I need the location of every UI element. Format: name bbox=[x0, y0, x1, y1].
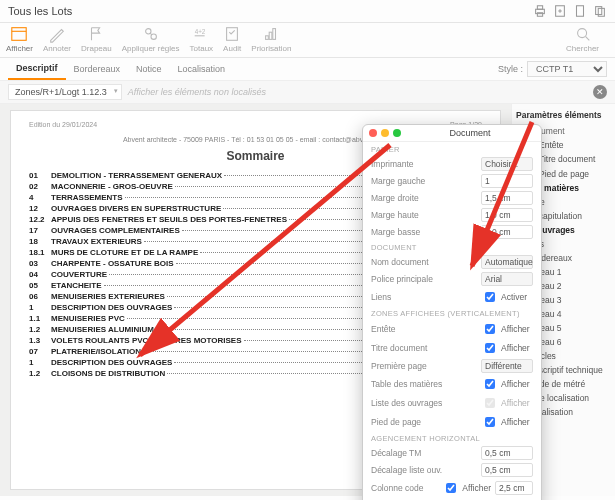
input-mg[interactable] bbox=[481, 174, 533, 188]
lab-liens: Liens bbox=[371, 292, 477, 302]
svg-rect-2 bbox=[537, 13, 542, 17]
input-mb[interactable] bbox=[481, 225, 533, 239]
svg-rect-13 bbox=[227, 28, 238, 41]
style-label: Style : bbox=[498, 64, 523, 74]
chk-tdm[interactable] bbox=[485, 379, 495, 389]
drapeau-button[interactable]: Drapeau bbox=[81, 25, 112, 53]
lab-police: Police principale bbox=[371, 274, 477, 284]
tab-descriptif[interactable]: Descriptif bbox=[8, 58, 66, 80]
sel-police[interactable]: Arial bbox=[481, 272, 533, 286]
edition-date: Edition du 29/01/2024 bbox=[29, 121, 97, 128]
crumb-hint: Afficher les éléments non localisés bbox=[128, 87, 266, 97]
zone-selector[interactable]: Zones/R+1/Logt 1.12.3 bbox=[8, 84, 122, 100]
page-icon[interactable] bbox=[573, 4, 587, 18]
annoter-button[interactable]: Annoter bbox=[43, 25, 71, 53]
svg-rect-7 bbox=[12, 28, 26, 41]
tab-bordereaux[interactable]: Bordereaux bbox=[66, 59, 129, 79]
sel-nomdoc[interactable]: Automatique bbox=[481, 255, 533, 269]
sec-papier: PAPIER bbox=[363, 142, 541, 155]
copy-icon[interactable] bbox=[593, 4, 607, 18]
input-md[interactable] bbox=[481, 191, 533, 205]
chk-entete[interactable] bbox=[485, 324, 495, 334]
document-popup: Document PAPIER ImprimanteChoisir... Mar… bbox=[362, 124, 542, 500]
input-dtm[interactable] bbox=[481, 446, 533, 460]
chk-liens[interactable] bbox=[485, 292, 495, 302]
input-mh[interactable] bbox=[481, 208, 533, 222]
print-icon[interactable] bbox=[533, 4, 547, 18]
lab-premiere: Première page bbox=[371, 361, 477, 371]
lab-imprimante: Imprimante bbox=[371, 159, 477, 169]
svg-rect-1 bbox=[537, 6, 542, 10]
popup-title: Document bbox=[405, 128, 535, 138]
priorisation-button[interactable]: Priorisation bbox=[251, 25, 291, 53]
chk-titredoc[interactable] bbox=[485, 343, 495, 353]
sec-document: DOCUMENT bbox=[363, 240, 541, 253]
lab-nomdoc: Nom document bbox=[371, 257, 477, 267]
lab-md: Marge droite bbox=[371, 193, 477, 203]
svg-rect-15 bbox=[270, 32, 273, 39]
lab-dlo: Décalage liste ouv. bbox=[371, 465, 477, 475]
svg-point-17 bbox=[577, 29, 586, 38]
window-title: Tous les Lots bbox=[8, 5, 72, 17]
audit-button[interactable]: Audit bbox=[223, 25, 241, 53]
afficher-button[interactable]: Afficher bbox=[6, 25, 33, 53]
lab-entete: Entête bbox=[371, 324, 477, 334]
sel-premiere[interactable]: Différente bbox=[481, 359, 533, 373]
svg-line-18 bbox=[585, 37, 589, 41]
export-icon[interactable] bbox=[553, 4, 567, 18]
lab-liste: Liste des ouvrages bbox=[371, 398, 477, 408]
style-select[interactable]: CCTP T1 bbox=[527, 61, 607, 77]
lab-mb: Marge basse bbox=[371, 227, 477, 237]
lab-titredoc: Titre document bbox=[371, 343, 477, 353]
lab-tdm: Table des matières bbox=[371, 379, 477, 389]
clear-filter-icon[interactable]: ✕ bbox=[593, 85, 607, 99]
input-dlo[interactable] bbox=[481, 463, 533, 477]
lab-mg: Marge gauche bbox=[371, 176, 477, 186]
tab-localisation[interactable]: Localisation bbox=[170, 59, 234, 79]
svg-rect-4 bbox=[577, 6, 584, 17]
sec-agc: AGENCEMENT HORIZONTAL bbox=[363, 431, 541, 444]
choisir-button[interactable]: Choisir... bbox=[481, 157, 533, 171]
minimize-icon[interactable] bbox=[381, 129, 389, 137]
tree-title: Paramètres éléments bbox=[514, 108, 613, 124]
lab-dtm: Décalage TM bbox=[371, 448, 477, 458]
regles-button[interactable]: Appliquer règles bbox=[122, 25, 180, 53]
totaux-button[interactable]: 4+2Totaux bbox=[190, 25, 214, 53]
svg-rect-14 bbox=[266, 36, 269, 40]
sec-zones: ZONES AFFICHEES (VERTICALEMENT) bbox=[363, 306, 541, 319]
svg-text:4+2: 4+2 bbox=[195, 28, 206, 35]
chercher-button[interactable]: Chercher bbox=[566, 25, 599, 53]
svg-rect-16 bbox=[273, 29, 276, 40]
input-colcode[interactable] bbox=[495, 481, 533, 495]
lab-mh: Marge haute bbox=[371, 210, 477, 220]
zoom-icon[interactable] bbox=[393, 129, 401, 137]
lab-colcode: Colonne code bbox=[371, 483, 438, 493]
chk-colcode[interactable] bbox=[446, 483, 456, 493]
close-icon[interactable] bbox=[369, 129, 377, 137]
chk-liste bbox=[485, 398, 495, 408]
tab-notice[interactable]: Notice bbox=[128, 59, 170, 79]
chk-pied[interactable] bbox=[485, 417, 495, 427]
lab-pied: Pied de page bbox=[371, 417, 477, 427]
